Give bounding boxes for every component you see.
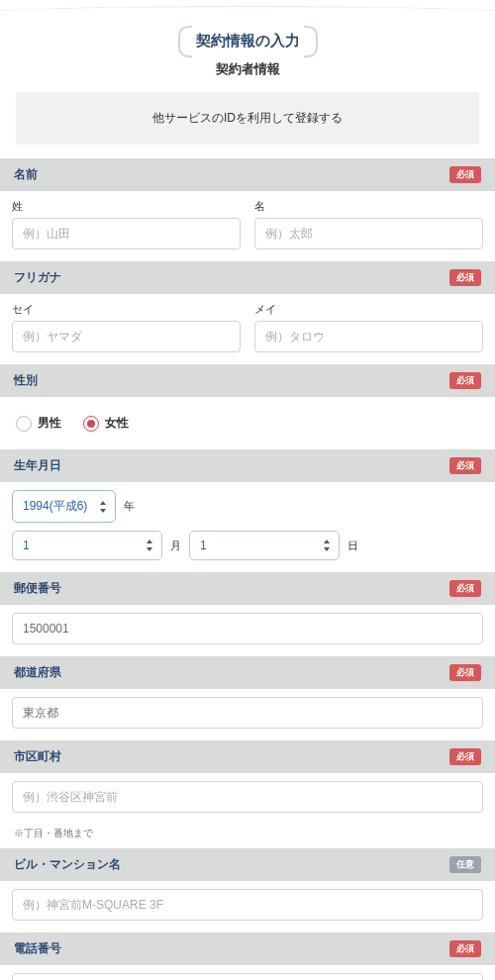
external-id-register-button[interactable]: 他サービスのIDを利用して登録する	[16, 92, 479, 145]
day-unit: 日	[347, 539, 358, 553]
postal-input[interactable]	[12, 613, 483, 644]
page-title: 契約情報の入力	[0, 0, 495, 60]
required-badge: 必須	[449, 457, 481, 474]
prefecture-input[interactable]	[12, 697, 483, 729]
required-badge: 必須	[449, 664, 481, 681]
section-header-prefecture: 都道府県 必須	[0, 656, 495, 689]
first-name-input[interactable]	[254, 218, 483, 249]
month-unit: 月	[170, 539, 181, 553]
required-badge: 必須	[449, 269, 481, 286]
gender-female-radio[interactable]: 女性	[83, 415, 129, 432]
sei-label: セイ	[12, 302, 241, 317]
year-unit: 年	[124, 499, 135, 514]
gender-male-radio[interactable]: 男性	[16, 415, 61, 432]
building-input[interactable]	[12, 889, 483, 921]
page-subtitle: 契約者情報	[0, 60, 495, 92]
birth-year-select[interactable]: 1994(平成6)	[12, 490, 116, 523]
required-badge: 必須	[449, 580, 481, 597]
section-header-birthdate: 生年月日 必須	[0, 449, 495, 482]
first-name-label: 名	[254, 199, 483, 214]
birth-month-select[interactable]: 1	[12, 531, 162, 560]
section-header-name: 名前 必須	[0, 158, 495, 191]
section-header-city: 市区町村 必須	[0, 740, 495, 773]
birth-day-select[interactable]: 1	[189, 531, 340, 560]
section-header-gender: 性別 必須	[0, 364, 495, 397]
required-badge: 必須	[449, 940, 481, 957]
required-badge: 必須	[449, 372, 481, 389]
last-name-input[interactable]	[12, 218, 241, 249]
section-header-phone: 電話番号 必須	[0, 932, 495, 965]
mei-label: メイ	[254, 302, 483, 317]
mei-input[interactable]	[254, 321, 483, 352]
required-badge: 必須	[449, 166, 481, 183]
city-input[interactable]	[12, 781, 483, 813]
phone-input[interactable]	[12, 973, 483, 980]
required-badge: 必須	[449, 748, 481, 765]
optional-badge: 任意	[449, 856, 481, 873]
sei-input[interactable]	[12, 321, 241, 352]
section-header-postal: 郵便番号 必須	[0, 572, 495, 605]
city-hint: ※丁目・番地まで	[0, 825, 495, 848]
section-header-furigana: フリガナ 必須	[0, 261, 495, 294]
last-name-label: 姓	[12, 199, 241, 214]
section-header-building: ビル・マンション名 任意	[0, 848, 495, 881]
